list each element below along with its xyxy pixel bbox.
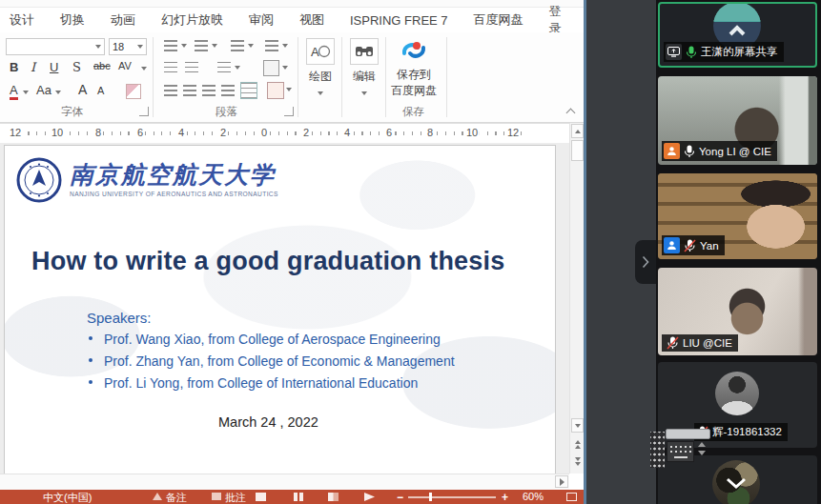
speaker-item: Prof. Wang Xiao, from College of Aerospa… <box>87 332 455 347</box>
previous-slide-button[interactable] <box>571 437 584 452</box>
smartart-convert-icon[interactable] <box>267 82 284 99</box>
chevron-down-icon[interactable] <box>286 88 292 91</box>
distribute-icon[interactable] <box>240 82 257 99</box>
decrease-indent-icon[interactable] <box>162 60 179 74</box>
chevron-down-icon[interactable] <box>23 91 29 94</box>
scroll-down-button[interactable] <box>571 418 584 433</box>
paragraph-dialog-launcher-icon[interactable] <box>284 107 294 116</box>
scroll-up-button[interactable] <box>571 124 584 138</box>
zoom-slider-track[interactable] <box>408 496 496 498</box>
fit-to-window-icon[interactable] <box>566 493 577 501</box>
speaker-item: Prof. Li Yong, from College of Internati… <box>87 375 455 391</box>
participant-name-label: Yan <box>662 235 725 255</box>
collapse-ribbon-icon[interactable] <box>566 109 576 114</box>
justify-icon[interactable] <box>219 83 236 97</box>
numbering-icon[interactable] <box>193 38 210 52</box>
participant-tile-sharer[interactable]: 王潇的屏幕共享 <box>658 2 817 68</box>
ruler-number: 8 <box>93 127 103 138</box>
reading-view-icon[interactable] <box>328 493 339 501</box>
speaker-item: Prof. Zhang Yan, from College of Economi… <box>87 353 455 369</box>
tab-review[interactable]: 审阅 <box>249 11 274 29</box>
vertical-scrollbar[interactable] <box>569 123 585 474</box>
horizontal-scrollbar[interactable] <box>0 474 569 491</box>
participant-name-label: 王潇的屏幕共享 <box>664 42 784 62</box>
increase-indent-icon[interactable] <box>183 60 200 74</box>
tab-baidu-netdisk[interactable]: 百度网盘 <box>474 11 523 29</box>
scroll-right-button[interactable] <box>555 475 568 488</box>
scrollbar-thumb[interactable] <box>571 140 584 161</box>
italic-button[interactable]: I <box>31 60 35 74</box>
touch-keyboard-widget[interactable] <box>650 429 711 469</box>
chevron-down-icon[interactable] <box>248 44 254 48</box>
normal-view-icon[interactable] <box>256 493 266 501</box>
character-spacing-button[interactable]: AV <box>118 60 132 71</box>
zoom-level[interactable]: 60% <box>523 491 544 502</box>
edit-button[interactable]: 编辑 <box>343 36 385 118</box>
language-status[interactable]: 中文(中国) <box>43 491 92 504</box>
font-name-combo[interactable] <box>6 38 105 55</box>
slide-sorter-view-icon[interactable] <box>294 493 304 501</box>
underline-button[interactable]: U <box>50 60 58 74</box>
collapse-panel-tab[interactable] <box>635 240 656 284</box>
slide[interactable]: 南京航空航天大学 NANJING UNIVERSITY OF AERONAUTI… <box>4 145 556 475</box>
ruler-number: 4 <box>176 127 186 138</box>
align-text-icon[interactable] <box>263 60 279 76</box>
strikethrough-button[interactable]: abc <box>93 60 111 71</box>
chevron-down-icon[interactable] <box>212 44 217 48</box>
tab-design[interactable]: 设计 <box>10 11 34 29</box>
widget-bar[interactable] <box>666 429 710 439</box>
chevron-down-icon[interactable] <box>282 44 288 48</box>
slide-date: March 24 , 2022 <box>218 414 318 430</box>
bold-button[interactable]: B <box>10 60 18 74</box>
paragraph-group-label: 段落 <box>216 105 237 119</box>
draw-icon: A <box>306 38 335 65</box>
drag-handle-dots-icon[interactable] <box>650 432 665 468</box>
tab-transitions[interactable]: 切换 <box>60 11 85 29</box>
chevron-down-icon <box>361 91 367 95</box>
chevron-down-icon[interactable] <box>282 66 288 70</box>
next-slide-button[interactable] <box>571 454 584 469</box>
clear-formatting-icon[interactable] <box>126 84 141 99</box>
tab-view[interactable]: 视图 <box>299 11 324 29</box>
keyboard-icon[interactable] <box>667 441 694 462</box>
notes-button[interactable]: 备注 <box>166 491 187 504</box>
participant-tile[interactable]: LIU @CIE <box>658 268 817 355</box>
notes-icon <box>153 493 162 500</box>
align-left-icon[interactable] <box>162 83 179 97</box>
font-size-combo[interactable]: 18 <box>109 38 147 55</box>
line-spacing-icon[interactable] <box>229 38 246 52</box>
text-direction-icon[interactable] <box>263 38 280 52</box>
scroll-more-chevron-down-icon[interactable] <box>725 476 748 490</box>
draw-button[interactable]: A 绘图 <box>299 36 341 118</box>
bullets-icon[interactable] <box>162 38 179 52</box>
zoom-out-button[interactable]: − <box>397 491 403 504</box>
svg-text:A: A <box>311 45 319 59</box>
shrink-font-button[interactable]: A <box>97 85 104 96</box>
font-color-button[interactable]: A <box>10 83 18 100</box>
chevron-down-icon[interactable] <box>181 44 187 48</box>
comments-button[interactable]: 批注 <box>225 491 246 504</box>
participant-tile[interactable]: Yong LI @ CIE <box>658 76 817 165</box>
tab-ispring[interactable]: ISPRING FREE 7 <box>350 13 448 28</box>
chevron-down-icon[interactable] <box>235 66 240 70</box>
save-group-label: 保存 <box>402 105 424 119</box>
widget-arrows[interactable] <box>698 442 706 455</box>
university-name-cn: 南京航空航天大学 <box>70 161 278 190</box>
chevron-down-icon[interactable] <box>141 67 147 71</box>
zoom-slider-thumb[interactable] <box>429 493 432 501</box>
tab-slideshow[interactable]: 幻灯片放映 <box>161 11 223 29</box>
columns-icon[interactable] <box>216 60 233 74</box>
chevron-down-icon <box>137 45 143 49</box>
chevron-down-icon[interactable] <box>55 91 61 94</box>
shadow-button[interactable]: S <box>72 60 81 74</box>
zoom-in-button[interactable]: + <box>502 491 508 504</box>
change-case-button[interactable]: Aa <box>36 83 51 97</box>
mic-muted-icon <box>667 336 679 350</box>
align-right-icon[interactable] <box>200 83 217 97</box>
tab-animations[interactable]: 动画 <box>111 11 135 29</box>
slideshow-view-icon[interactable] <box>364 493 375 501</box>
participant-tile[interactable]: Yan <box>658 173 817 259</box>
grow-font-button[interactable]: A <box>78 82 87 97</box>
align-center-icon[interactable] <box>181 83 198 97</box>
font-dialog-launcher-icon[interactable] <box>139 107 149 116</box>
